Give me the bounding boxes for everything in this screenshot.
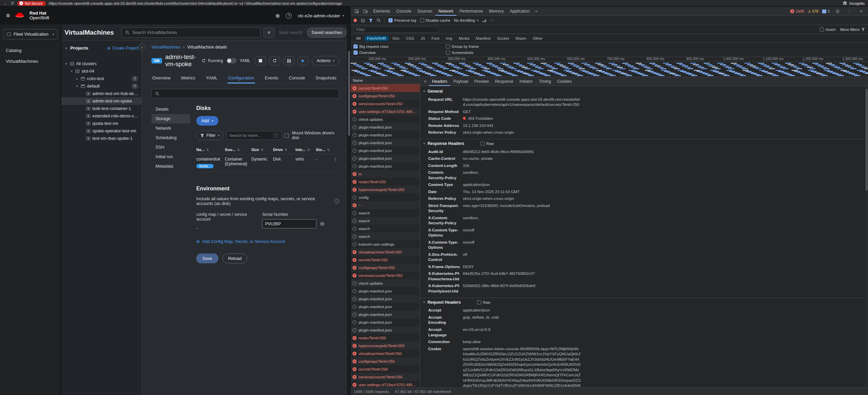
tree-node-bulk-test-container-1[interactable]: bulk-test-container-1 [61,105,142,112]
type-filter-fetch-xhr[interactable]: Fetch/XHR [364,36,389,41]
devtools-tab-sources[interactable]: Sources [414,7,435,16]
devtools-tab-console[interactable]: Console [393,7,414,16]
type-filter-font[interactable]: Font [429,36,442,41]
request-row[interactable]: ×nodes?limit=250 [350,178,420,186]
warning-count-badge[interactable]: ⚠ 578 [808,9,818,14]
overview-checkbox[interactable]: ✓ Overview [354,51,446,55]
request-row[interactable]: ×serviceaccounts?limit=250 [350,373,420,381]
settings-gear-icon[interactable] [833,7,842,15]
request-row[interactable]: ×~ [350,201,420,209]
back-icon[interactable]: ← [3,1,7,6]
request-row[interactable]: ×hyperconvergeds?limit=250 [350,186,420,193]
request-row[interactable]: iplugin-manifest.json [350,287,420,295]
tree-node-spoke-operator-test-vm[interactable]: spoke-operator-test-vm [61,127,142,135]
disable-cache-checkbox[interactable]: Disable cache [420,18,450,22]
kebab-menu-icon[interactable]: ⋮ [845,7,853,15]
details-tab-preview[interactable]: Preview [471,77,492,86]
request-row[interactable]: iplugin-manifest.json [350,318,420,326]
devtools-tab-application[interactable]: Application [507,7,533,16]
sort-icon[interactable]: ⇅ [307,148,310,152]
column-header-sto[interactable]: Sto...⇅ [316,148,331,152]
big-request-rows-checkbox[interactable]: ✓ Big request rows [354,44,446,49]
request-row[interactable]: isearch [350,217,420,225]
name-column-header[interactable]: Name [350,77,420,84]
request-row[interactable]: iplugin-manifest.json [350,139,420,147]
subnav-item-details[interactable]: Details [151,105,190,114]
screenshots-checkbox[interactable]: Screenshots [446,51,538,55]
tab-metrics[interactable]: Metrics [180,73,196,83]
request-row[interactable]: iplugin-manifest.json [350,295,420,303]
details-scrollbar[interactable] [865,86,868,388]
advanced-search-button[interactable]: ≡ [264,27,274,38]
request-raw-checkbox[interactable]: Raw [477,300,490,304]
type-filter-doc[interactable]: Doc [390,36,402,41]
record-icon[interactable] [354,19,357,22]
reload-icon[interactable] [11,1,14,5]
more-tabs-icon[interactable]: » [534,9,539,14]
devtools-tab-elements[interactable]: Elements [370,7,393,16]
request-row[interactable]: iplugin-manifest.json [350,326,420,334]
subnav-item-scheduling[interactable]: Scheduling [151,133,190,143]
devtools-tab-performance[interactable]: Performance [456,7,486,16]
subnav-item-network[interactable]: Network [151,124,190,133]
sidebar-item-catalog[interactable]: Catalog [0,45,61,56]
type-filter-wasm[interactable]: Wasm [513,36,529,41]
filter-input[interactable]: Filter [354,26,438,33]
invert-checkbox[interactable]: Invert [820,27,835,32]
sort-icon[interactable]: ⇅ [206,148,209,152]
error-count-badge[interactable]: × 1609 [790,9,804,13]
details-tab-timing[interactable]: Timing [536,77,554,86]
close-devtools-icon[interactable]: × [857,7,865,15]
devtools-tab-network[interactable]: Network [435,7,456,16]
tree-node-default[interactable]: ▾default7 [61,82,142,90]
close-details-icon[interactable]: × [421,79,429,84]
tab-configuration[interactable]: Configuration [228,73,255,83]
help-icon[interactable]: ? [286,13,292,19]
cluster-selector[interactable]: clc-e2e-admin-cluster ▾ [298,13,344,18]
tab-console[interactable]: Console [288,73,306,83]
yaml-toggle[interactable] [227,58,237,63]
request-row[interactable]: ×virtualmachines?limit=250 [350,248,420,256]
restart-button[interactable] [269,56,280,65]
not-secure-badge[interactable]: × Not Secure [17,1,46,6]
sort-icon[interactable]: ⇅ [237,148,240,152]
request-row[interactable]: iplugin-manifest.json [350,303,420,311]
play-button[interactable] [297,56,309,65]
scrollbar-thumb[interactable] [348,51,350,136]
type-filter-js[interactable]: JS [418,36,428,41]
scrollbar-thumb[interactable] [866,89,868,191]
request-row[interactable]: ×serviceaccounts?limit=250 [350,100,420,108]
request-row[interactable]: iplugin-manifest.json [350,131,420,139]
network-search-icon[interactable] [377,18,381,22]
request-row[interactable]: ×secrets?limit=250 [350,84,420,92]
create-project-link[interactable]: ⊕ Create Project [107,46,138,51]
tree-node-extended-role-demo-vm-spoke[interactable]: extended-role-demo-vm-spoke [61,112,142,120]
tab-yaml[interactable]: YAML [205,73,218,83]
quick-create-icon[interactable]: ⊕ [275,13,280,19]
request-row[interactable]: ×configmaps?limit=250 [350,92,420,100]
general-section-header[interactable]: ▼ General [420,87,868,96]
column-header-sou[interactable]: Sou...⇅ [225,148,251,152]
request-row[interactable]: ×secrets?limit=250 [350,256,420,264]
network-conditions-icon[interactable] [482,19,487,22]
request-row[interactable]: ×virtualmachines?limit=250 [350,350,420,357]
collapse-all-icon[interactable]: « [65,46,68,51]
stop-button[interactable] [255,56,266,65]
request-row[interactable]: iplugin-manifest.json [350,311,420,318]
sort-icon[interactable]: ⇅ [261,148,264,152]
devtools-tab-memory[interactable]: Memory [486,7,507,16]
serial-number-field[interactable] [262,219,317,228]
request-row[interactable]: ×hyperconvergeds?limit=250 [350,342,420,350]
request-row[interactable]: ×nodes?limit=250 [350,334,420,342]
inspect-element-icon[interactable] [352,7,361,15]
request-row[interactable]: icheck-updates [350,279,420,287]
tree-node-quota-test-vm[interactable]: quota-test-vm [61,120,142,127]
request-row[interactable]: ×configmaps?limit=250 [350,264,420,271]
kebab-menu-icon[interactable]: ⋮ [333,157,338,168]
request-row[interactable]: isearch [350,232,420,240]
clear-icon[interactable] [361,18,365,23]
group-by-frame-checkbox[interactable]: Group by frame [446,44,538,49]
sidebar-item-virtualmachines[interactable]: VirtualMachines [0,56,61,67]
more-filters-button[interactable]: More filters [840,27,865,32]
tree-node-all-clusters[interactable]: ▾All clusters [61,60,142,68]
